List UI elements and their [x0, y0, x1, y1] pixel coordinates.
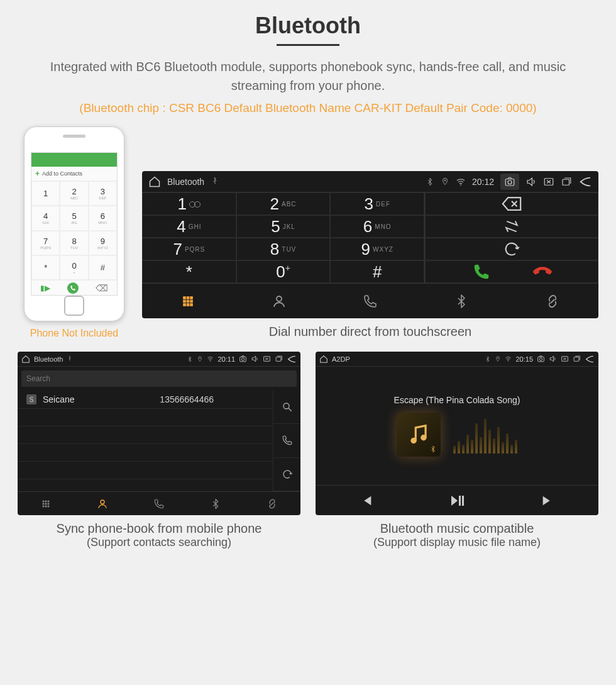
location-icon	[197, 356, 203, 362]
dial-key-2[interactable]: 2ABC	[236, 192, 331, 215]
tab-pairing[interactable]	[507, 284, 598, 318]
dial-key-1[interactable]: 1	[142, 192, 236, 215]
phone-key-#: #	[89, 255, 117, 280]
contact-row-empty	[18, 426, 273, 444]
call-button[interactable]	[472, 262, 491, 281]
dial-key-4[interactable]: 4GHI	[142, 215, 236, 238]
side-search-button[interactable]	[273, 391, 300, 424]
dial-key-6[interactable]: 6MNO	[330, 215, 424, 238]
hangup-button[interactable]	[533, 262, 552, 281]
side-sync-button[interactable]	[273, 458, 300, 491]
back-icon[interactable]	[287, 354, 297, 364]
wifi-icon	[505, 355, 512, 362]
phone-key-3: 3DEF	[89, 181, 117, 206]
dial-key-3[interactable]: 3DEF	[330, 192, 424, 215]
phone-key-4: 4GHI	[31, 206, 60, 230]
close-app-icon[interactable]	[561, 355, 569, 363]
tab-contacts[interactable]	[233, 284, 324, 318]
phone-mockup: Add to Contacts 12ABC3DEF4GHI5JKL6MNO7PQ…	[24, 126, 124, 321]
phone-video-icon: ▮▶	[40, 284, 50, 292]
usb-icon	[211, 177, 219, 186]
volume-icon[interactable]	[525, 176, 537, 187]
statusbar-title: A2DP	[332, 355, 350, 363]
side-call-button[interactable]	[273, 424, 300, 457]
tab-pairing[interactable]	[244, 492, 300, 515]
tab-calllog[interactable]	[324, 284, 415, 318]
recents-icon[interactable]	[573, 355, 581, 363]
bluetooth-icon	[187, 356, 193, 362]
dialer-panel: Bluetooth 20:12 12ABC3DEF4GHI5JKL6MNO7PQ…	[142, 171, 598, 318]
contacts-panel: Bluetooth 20:11 Search SSeicane135666644…	[18, 352, 300, 515]
page-title: Bluetooth	[18, 13, 598, 39]
bluetooth-icon	[485, 356, 491, 362]
phone-key-5: 5JKL	[60, 206, 88, 230]
location-icon	[495, 356, 501, 362]
tab-bluetooth[interactable]	[416, 284, 507, 318]
phone-caption: Phone Not Included	[30, 328, 119, 339]
equalizer	[453, 416, 517, 454]
usb-icon	[67, 356, 73, 362]
statusbar-title: Bluetooth	[167, 177, 204, 187]
location-icon	[441, 177, 449, 186]
statusbar-time: 20:11	[217, 355, 235, 363]
playpause-button[interactable]	[449, 493, 465, 509]
dial-key-5[interactable]: 5JKL	[236, 215, 331, 238]
home-icon[interactable]	[21, 355, 30, 364]
sync-button[interactable]	[425, 238, 598, 260]
dialer-caption: Dial number direct from touchscreen	[142, 325, 598, 339]
contact-row-empty	[18, 409, 273, 426]
dial-key-9[interactable]: 9WXYZ	[330, 238, 424, 260]
contact-row-empty	[18, 444, 273, 462]
tab-calllog[interactable]	[131, 492, 187, 515]
wifi-icon	[207, 355, 214, 362]
tab-contacts[interactable]	[74, 492, 131, 515]
music-caption: Bluetooth music compatible (Support disp…	[316, 521, 598, 549]
search-input[interactable]: Search	[21, 370, 297, 387]
back-icon[interactable]	[578, 175, 592, 189]
dial-key-*[interactable]: *	[142, 260, 236, 283]
camera-icon[interactable]	[500, 174, 519, 190]
phone-call-icon	[67, 282, 79, 294]
camera-icon[interactable]	[239, 355, 247, 363]
contacts-caption: Sync phone-book from mobile phone (Suppo…	[18, 521, 300, 549]
swap-button[interactable]	[425, 215, 598, 238]
tab-dialpad[interactable]	[18, 492, 74, 515]
contact-row[interactable]: SSeicane13566664466	[18, 391, 273, 409]
dial-key-0[interactable]: 0+	[236, 260, 331, 283]
home-icon[interactable]	[319, 355, 328, 364]
close-app-icon[interactable]	[543, 176, 554, 187]
phone-key-2: 2ABC	[60, 181, 88, 206]
phone-key-9: 9WXYZ	[89, 231, 117, 255]
bluetooth-icon	[426, 177, 434, 186]
phone-key-1: 1	[31, 181, 60, 206]
next-button[interactable]	[541, 494, 554, 508]
wifi-icon	[456, 177, 466, 187]
statusbar-title: Bluetooth	[34, 355, 63, 363]
tab-dialpad[interactable]	[142, 284, 233, 318]
phone-add-contacts: Add to Contacts	[31, 167, 117, 181]
statusbar-time: 20:15	[515, 355, 533, 363]
dial-key-8[interactable]: 8TUV	[236, 238, 331, 260]
recents-icon[interactable]	[561, 176, 572, 187]
phone-key-6: 6MNO	[89, 206, 117, 230]
contact-row-empty	[18, 462, 273, 479]
prev-button[interactable]	[360, 494, 373, 508]
back-icon[interactable]	[585, 354, 595, 364]
recents-icon[interactable]	[275, 355, 283, 363]
close-app-icon[interactable]	[263, 355, 271, 363]
camera-icon[interactable]	[537, 355, 545, 363]
dial-key-#[interactable]: #	[330, 260, 424, 283]
phone-key-8: 8TUV	[60, 231, 88, 255]
track-title: Escape (The Pina Colada Song)	[394, 395, 520, 405]
phone-key-7: 7PQRS	[31, 231, 60, 255]
tab-bluetooth[interactable]	[187, 492, 244, 515]
phone-statusbar	[31, 153, 117, 167]
dial-key-7[interactable]: 7PQRS	[142, 238, 236, 260]
backspace-button[interactable]	[425, 192, 598, 215]
bt-specs: (Bluetooth chip : CSR BC6 Default Blueto…	[18, 101, 598, 115]
home-icon[interactable]	[148, 175, 161, 188]
statusbar-time: 20:12	[472, 177, 494, 187]
volume-icon[interactable]	[549, 355, 557, 363]
volume-icon[interactable]	[251, 355, 259, 363]
phone-key-0: 0+	[60, 255, 88, 280]
